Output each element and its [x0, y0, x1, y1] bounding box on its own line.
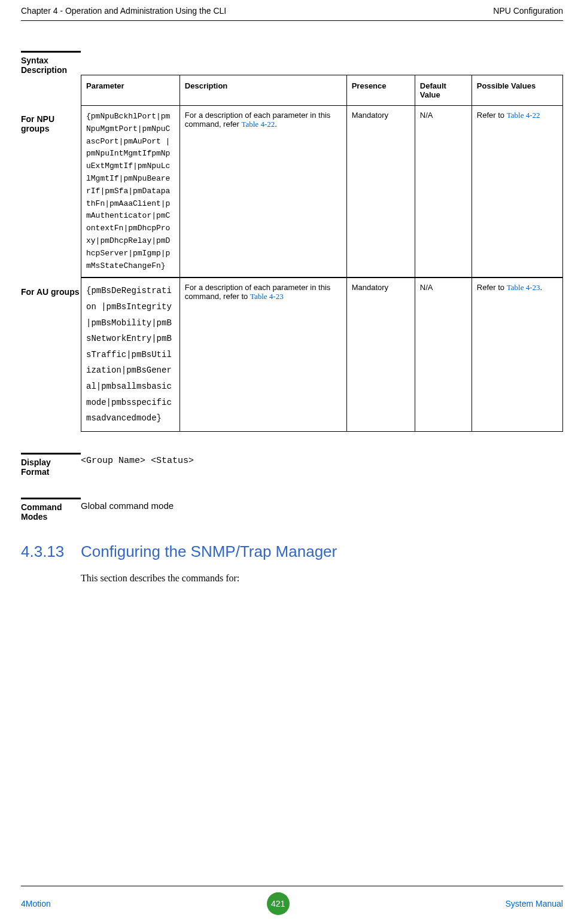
- footer-right: System Manual: [506, 899, 563, 908]
- presence-cell: Mandatory: [346, 106, 415, 277]
- description-cell: For a description of each parameter in t…: [180, 106, 346, 277]
- col-header-default: Default Value: [415, 75, 472, 106]
- col-header-parameter: Parameter: [81, 75, 180, 106]
- table-link[interactable]: Table 4-22: [507, 111, 540, 120]
- col-header-description: Description: [180, 75, 346, 106]
- possible-cell: Refer to Table 4-23.: [472, 278, 562, 431]
- possible-cell: Refer to Table 4-22: [472, 106, 562, 277]
- syntax-table-2: {pmBsDeRegistration |pmBsIntegrity|pmBsM…: [81, 277, 563, 431]
- col-header-possible: Possible Values: [472, 75, 562, 106]
- presence-cell: Mandatory: [346, 278, 415, 431]
- table-link[interactable]: Table 4-23: [507, 283, 540, 292]
- header-left: Chapter 4 - Operation and Administration…: [21, 6, 226, 16]
- page-header: Chapter 4 - Operation and Administration…: [21, 6, 563, 21]
- table-row: {pmNpuBckhlPort|pmNpuMgmtPort|pmNpuCascP…: [81, 106, 563, 277]
- npu-groups-label: For NPU groups: [21, 109, 81, 133]
- table-row: {pmBsDeRegistration |pmBsIntegrity|pmBsM…: [81, 278, 563, 431]
- table-link[interactable]: Table 4-22: [241, 120, 275, 129]
- parameter-cell: {pmNpuBckhlPort|pmNpuMgmtPort|pmNpuCascP…: [86, 112, 170, 270]
- description-cell: For a description of each parameter in t…: [180, 278, 346, 431]
- display-format-label: Display Format: [21, 453, 81, 477]
- page-footer: 4Motion 421 System Manual: [21, 886, 563, 924]
- default-cell: N/A: [415, 278, 472, 431]
- body-text: This section describes the commands for:: [81, 573, 563, 584]
- syntax-description-label: Syntax Description: [21, 51, 81, 75]
- col-header-presence: Presence: [346, 75, 415, 106]
- page-number: 421: [267, 892, 290, 915]
- table-link[interactable]: Table 4-23: [250, 292, 284, 301]
- au-groups-label: For AU groups: [21, 282, 81, 297]
- header-right: NPU Configuration: [493, 6, 563, 16]
- syntax-table: Parameter Description Presence Default V…: [81, 75, 563, 277]
- command-modes-label: Command Modes: [21, 498, 81, 522]
- command-modes-content: Global command mode: [81, 498, 563, 522]
- section-title: Configuring the SNMP/Trap Manager: [81, 542, 337, 561]
- section-number: 4.3.13: [21, 542, 81, 561]
- display-format-content: <Group Name> <Status>: [81, 453, 563, 477]
- default-cell: N/A: [415, 106, 472, 277]
- section-heading: 4.3.13 Configuring the SNMP/Trap Manager: [21, 542, 563, 561]
- parameter-cell: {pmBsDeRegistration |pmBsIntegrity|pmBsM…: [86, 286, 172, 423]
- footer-left: 4Motion: [21, 899, 51, 908]
